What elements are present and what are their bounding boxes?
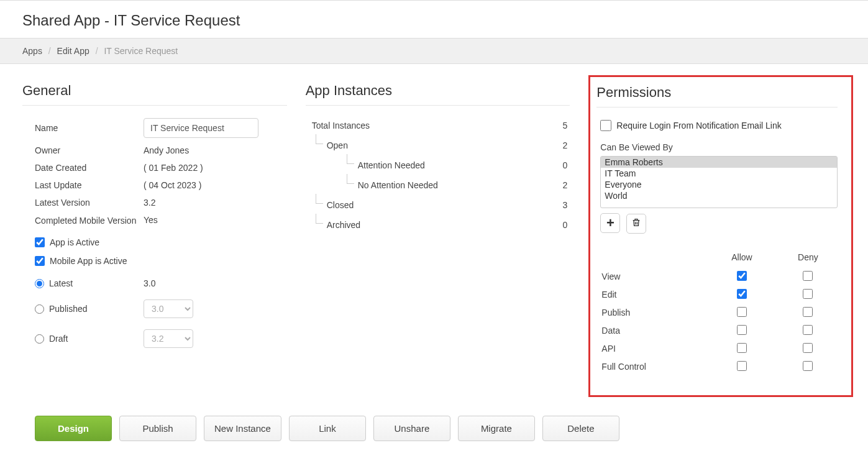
latest-version-value: 3.2 [144,198,155,208]
perm-data-label: Data [601,322,708,339]
published-radio-label: Published [49,304,88,314]
perm-api-label: API [601,340,708,357]
latest-radio-label: Latest [49,278,73,288]
permissions-title: Permissions [596,85,838,107]
perm-edit-label: Edit [601,286,708,303]
latest-value: 3.0 [144,278,155,288]
last-update-value: ( 04 Oct 2023 ) [144,180,201,190]
breadcrumb-apps[interactable]: Apps [22,46,42,56]
viewed-by-label: Can Be Viewed By [600,142,838,152]
published-select[interactable]: 3.0 [144,299,193,318]
archived-value: 0 [563,220,568,230]
add-viewer-button[interactable]: + [600,213,620,233]
general-title: General [22,83,287,106]
link-button[interactable]: Link [289,416,366,441]
migrate-button[interactable]: Migrate [458,416,535,441]
total-instances-value: 5 [563,121,568,130]
app-active-checkbox[interactable] [35,237,45,247]
full-deny-checkbox[interactable] [803,361,813,371]
unshare-button[interactable]: Unshare [373,416,450,441]
list-item[interactable]: Emma Roberts [601,157,837,168]
list-item[interactable]: IT Team [601,168,837,179]
no-attention-label: No Attention Needed [358,180,438,190]
delete-button[interactable]: Delete [542,416,619,441]
api-deny-checkbox[interactable] [803,343,813,353]
view-allow-checkbox[interactable] [737,271,747,281]
closed-label: Closed [327,200,354,210]
require-login-checkbox[interactable] [600,120,611,131]
page-title: Shared App - IT Service Request [0,1,868,38]
allow-header: Allow [709,250,775,267]
deny-header: Deny [776,250,840,267]
app-active-label: App is Active [50,237,99,247]
draft-select[interactable]: 3.2 [144,329,193,348]
attention-value: 0 [563,160,568,170]
trash-icon [631,216,641,231]
api-allow-checkbox[interactable] [737,343,747,353]
data-allow-checkbox[interactable] [737,325,747,335]
new-instance-button[interactable]: New Instance [204,416,281,441]
date-created-value: ( 01 Feb 2022 ) [144,163,203,173]
edit-deny-checkbox[interactable] [803,289,813,299]
publish-allow-checkbox[interactable] [737,307,747,317]
viewed-by-listbox[interactable]: Emma Roberts IT Team Everyone World [600,156,838,208]
mobile-version-label: Completed Mobile Version [35,215,144,226]
breadcrumb: Apps / Edit App / IT Service Request [0,38,868,64]
design-button[interactable]: Design [35,416,112,441]
name-label: Name [35,123,144,133]
archived-label: Archived [327,220,360,230]
list-item[interactable]: World [601,190,837,201]
publish-deny-checkbox[interactable] [803,307,813,317]
perm-publish-label: Publish [601,304,708,321]
plus-icon: + [606,216,614,230]
draft-radio-label: Draft [49,334,68,344]
list-item[interactable]: Everyone [601,179,837,190]
name-input[interactable] [144,118,258,138]
open-value: 2 [563,140,568,150]
latest-radio[interactable] [35,279,44,288]
require-login-label: Require Login From Notification Email Li… [616,121,781,130]
owner-label: Owner [35,145,144,155]
mobile-active-checkbox[interactable] [35,256,45,266]
publish-button[interactable]: Publish [119,416,196,441]
delete-viewer-button[interactable] [626,214,646,234]
mobile-version-value: Yes [144,215,158,225]
owner-value: Andy Jones [144,145,189,155]
perm-view-label: View [601,268,708,285]
mobile-active-label: Mobile App is Active [50,256,127,266]
published-radio[interactable] [35,304,44,314]
closed-value: 3 [563,200,568,210]
breadcrumb-edit-app[interactable]: Edit App [57,46,89,56]
total-instances-label: Total Instances [312,121,370,130]
breadcrumb-current: IT Service Request [104,46,178,56]
perm-full-label: Full Control [601,359,708,375]
open-label: Open [327,140,348,150]
last-update-label: Last Update [35,180,144,190]
permissions-panel: Permissions Require Login From Notificat… [588,75,853,397]
attention-label: Attention Needed [358,160,425,170]
edit-allow-checkbox[interactable] [737,289,747,299]
draft-radio[interactable] [35,334,44,344]
full-allow-checkbox[interactable] [737,361,747,371]
no-attention-value: 2 [563,180,568,190]
view-deny-checkbox[interactable] [803,271,813,281]
date-created-label: Date Created [35,163,144,173]
instances-title: App Instances [306,83,570,106]
latest-version-label: Latest Version [35,198,144,208]
data-deny-checkbox[interactable] [803,325,813,335]
